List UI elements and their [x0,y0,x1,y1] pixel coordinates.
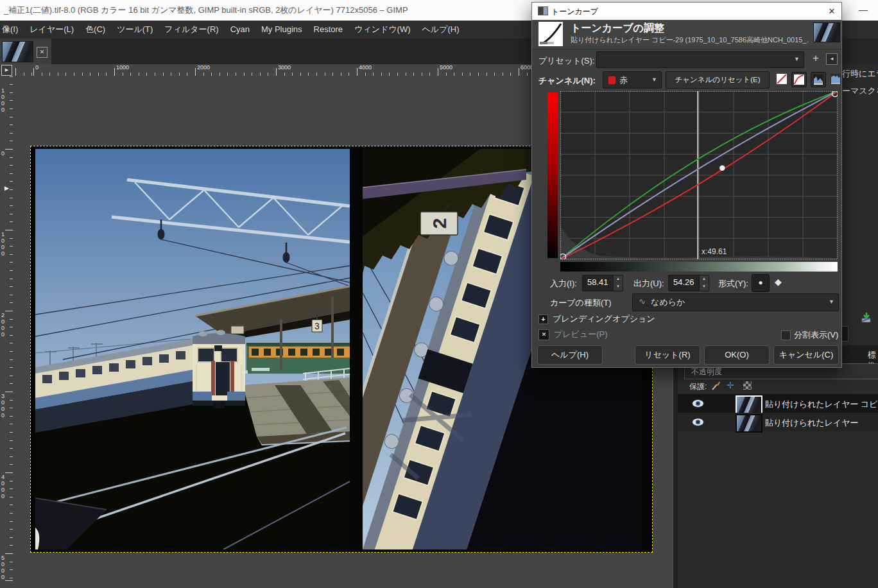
vruler-label: 2000 [1,312,6,338]
curves-icon [538,22,563,46]
background-error-text: 行時にエラー [842,68,878,80]
curve-type-value: なめらか [651,297,685,308]
opacity-label: 不透明度 [691,367,722,377]
layer-thumbnail[interactable] [736,395,762,414]
gamma-curve-toggle[interactable] [791,72,807,87]
image-tab-thumbnail [2,41,33,62]
anchor-layer-icon[interactable] [860,312,872,324]
smooth-curve-icon: ∿ [639,297,646,306]
curve-type-select[interactable]: ∿ なめらか ▼ [632,293,839,311]
hruler-label: 4000 [359,64,372,71]
dialog-layer-thumbnail [813,22,840,42]
channel-label: チャンネル(N): [538,75,596,87]
chevron-down-icon: ▼ [829,298,834,305]
tab-close-icon[interactable]: ✕ [37,47,47,58]
output-label: 出力(U): [633,278,664,290]
preset-label: プリセット(S): [538,55,594,67]
ruler-corner-button[interactable]: ▶ [1,65,12,76]
spinner-arrows-icon[interactable]: ▲▼ [613,275,623,291]
vertical-ruler[interactable]: 1000 0 1000 2000 3000 4000 5000 [0,76,13,588]
vruler-label: 0 [1,150,6,157]
dialog-subtitle: 貼り付けられたレイヤー コピー-29 (1975_10_10_7586高崎他NC… [571,35,809,45]
layer-mode-value: 標準 [868,349,878,363]
menu-cyan[interactable]: Cyan [225,21,255,39]
red-channel-icon [608,76,616,85]
tone-curve-dialog: トーンカーブ ✕ トーンカーブの調整 貼り付けられたレイヤー コピー-29 (1… [531,2,842,368]
hruler-label: 3000 [278,64,291,71]
curve-editor[interactable]: x:49.61 [560,91,838,259]
split-view-label[interactable]: 分割表示(V) [794,329,838,341]
ok-button[interactable]: OK(O) [704,345,770,365]
log-histogram-toggle[interactable] [829,72,843,86]
layer-name: 貼り付けられたレイヤー [765,417,858,429]
input-spinner[interactable]: 58.41 ▲▼ [582,275,623,291]
vruler-label: 4000 [1,474,6,499]
cursor-x-readout: x:49.61 [702,247,727,256]
layer-name: 貼り付けられたレイヤー コピー [765,399,878,410]
layer-row[interactable]: 貼り付けられたレイヤー [678,413,878,431]
left-photo: 3 [35,149,350,549]
vruler-label: 5000 [1,555,6,580]
corner-point-toggle[interactable]: ◆ [775,277,782,287]
chevron-down-icon: ▼ [794,56,800,62]
hruler-label: 0 [35,64,39,71]
preset-select[interactable]: ▼ [596,51,804,68]
platform-sign-2: 2 [429,218,450,229]
menu-help[interactable]: ヘルプ(H) [417,21,465,39]
eye-icon[interactable] [692,399,704,408]
linear-curve-toggle[interactable] [775,72,789,86]
layer-thumbnail[interactable] [736,414,762,433]
input-label: 入力(I): [550,278,577,290]
dialog-app-icon [538,6,548,15]
menu-filters[interactable]: フィルター(R) [159,21,224,39]
minimize-button[interactable]: — [848,0,878,21]
background-mask-text: ーマスクを [842,85,878,97]
smooth-point-toggle[interactable]: ● [752,274,770,292]
output-value: 54.26 [673,277,694,287]
lock-pixels-icon[interactable] [711,381,721,391]
chevron-down-icon: ▼ [651,76,657,83]
preset-menu-button[interactable]: ◂ [826,53,838,65]
linear-histogram-toggle[interactable] [811,72,826,87]
dialog-title: トーンカーブ [551,6,598,17]
blending-expander-icon[interactable]: + [538,315,548,324]
dialog-close-icon[interactable]: ✕ [826,6,838,17]
curve-point-selected[interactable] [719,166,725,171]
blending-options-expander[interactable]: ブレンディングオプション [553,313,655,325]
menu-layer[interactable]: レイヤー(L) [24,21,80,39]
menu-colors[interactable]: 色(C) [80,21,111,39]
menu-windows[interactable]: ウィンドウ(W) [349,21,416,39]
menu-restore[interactable]: Restore [308,21,349,39]
hruler-label: 5000 [440,64,452,71]
preview-label[interactable]: プレビュー(P) [554,329,608,340]
lock-alpha-icon[interactable] [743,381,752,390]
menu-image[interactable]: 像(I) [0,21,24,39]
split-view-checkbox[interactable] [781,331,791,340]
reset-button[interactable]: リセット(R) [635,345,700,365]
channel-select[interactable]: 赤 ▼ [603,71,662,89]
eye-icon[interactable] [692,418,704,426]
help-button[interactable]: ヘルプ(H) [537,345,603,365]
lock-label: 保護: [689,381,707,392]
channel-value: 赤 [619,74,628,86]
preview-checkbox[interactable]: ✕ [538,329,549,340]
ruler-pointer-icon: ▶ [4,185,9,191]
point-type-label: 形式(Y): [718,278,748,290]
dialog-header: トーンカーブの調整 貼り付けられたレイヤー コピー-29 (1975_10_10… [532,20,841,49]
menu-my-plugins[interactable]: My Plugins [255,21,308,39]
channel-gradient-strip [547,92,558,258]
input-value: 58.41 [587,277,608,287]
output-spinner[interactable]: 54.26 ▲▼ [668,275,709,291]
vruler-label: 3000 [1,393,6,419]
vruler-label: 1000 [1,87,6,113]
cancel-button[interactable]: キャンセル(C) [773,345,839,365]
curve-type-label: カーブの種類(T) [550,297,612,309]
channel-reset-button[interactable]: チャンネルのリセット(E) [666,71,770,89]
preset-add-button[interactable]: + [809,52,822,65]
layer-row-active[interactable]: 貼り付けられたレイヤー コピー [678,394,878,413]
menu-tools[interactable]: ツール(T) [111,21,159,39]
spinner-arrows-icon[interactable]: ▲▼ [699,275,709,291]
output-gradient-bar [560,262,838,272]
dialog-titlebar[interactable]: トーンカーブ ✕ [532,3,841,20]
lock-position-icon[interactable]: ✛ [727,380,734,390]
